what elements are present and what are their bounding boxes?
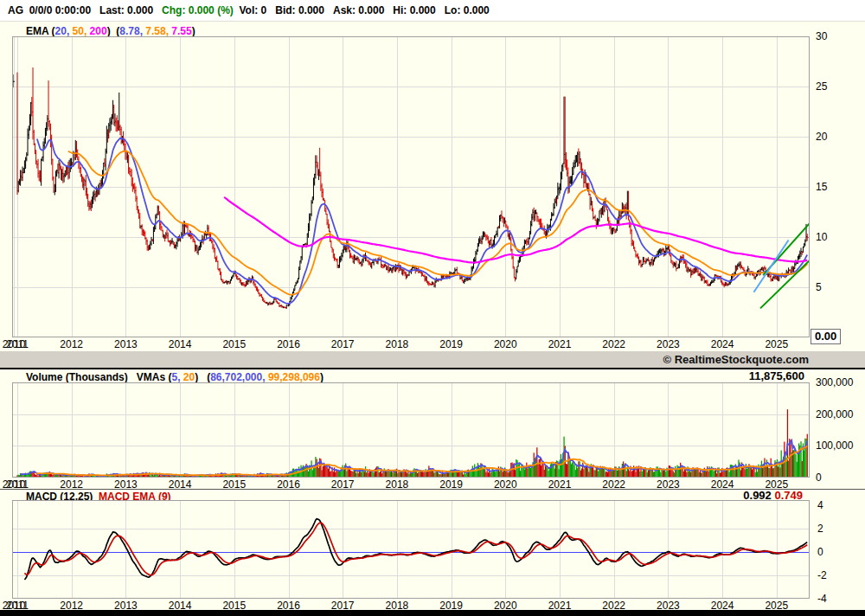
x-axis-year-label: 2016 [277,338,300,350]
y-axis-tick-label: 300,000 [816,376,853,388]
y-axis-tick-label: 0 [817,546,823,558]
y-axis-tick-label: 20 [816,131,827,143]
stock-chart-application: AG 0/0/0 0:00:00 Last: 0.000 Chg: 0.000 … [0,0,865,616]
volume-chart-canvas[interactable] [12,382,810,478]
y-axis-tick-label: 30 [816,30,827,42]
x-axis-year-label: 2015 [222,338,246,350]
quote-header: AG 0/0/0 0:00:00 Last: 0.000 Chg: 0.000 … [0,0,865,22]
x-axis-year-label: 2017 [331,338,355,350]
x-axis-year-label: 2019 [439,338,463,350]
x-axis-year-label: 2021 [548,338,572,350]
current-volume-value: 11,875,600 [749,369,804,382]
x-axis-year-label: 2024 [711,338,734,350]
y-axis-tick-label: 10 [816,231,827,243]
x-axis-year-label: 2023 [657,338,680,350]
y-axis-tick-label: 15 [816,181,827,193]
x-axis-year-label: 2025 [765,338,788,350]
macd-separator-line [0,489,865,490]
y-axis-tick-label: 5 [816,281,822,293]
x-axis-year-label: 2011 [6,338,29,350]
x-axis-year-label: 2018 [386,338,409,350]
y-axis-tick-label: 25 [816,80,827,93]
y-axis-tick-label: 2 [817,523,823,535]
y-axis-tick-label: 200,000 [816,408,853,420]
main-price-chart-canvas[interactable] [12,36,810,337]
y-axis-tick-label: -2 [817,569,827,581]
y-axis-tick-label: 4 [817,499,823,511]
separator-band: © RealtimeStockquote.com [0,351,865,369]
volume-legend: Volume (Thousands) VMAs (5, 20) (86,702,… [26,371,324,383]
x-axis-year-label: 2013 [114,338,138,350]
watermark: © RealtimeStockquote.com [663,353,809,366]
x-axis-year-label: 2020 [494,338,517,350]
ema-legend: EMA (20, 50, 200) (8.78, 7.58, 7.55) [26,25,195,37]
x-axis-year-label: 2022 [602,338,625,350]
x-axis-year-label: 2014 [169,338,192,350]
x-axis-year-label: 2012 [60,338,83,350]
main-x-axis: 2010201120122013201420152016201720182019… [0,338,865,350]
bottom-bar [0,610,865,616]
macd-chart-canvas[interactable] [12,500,810,599]
y-axis-tick-label: 100,000 [816,440,853,452]
